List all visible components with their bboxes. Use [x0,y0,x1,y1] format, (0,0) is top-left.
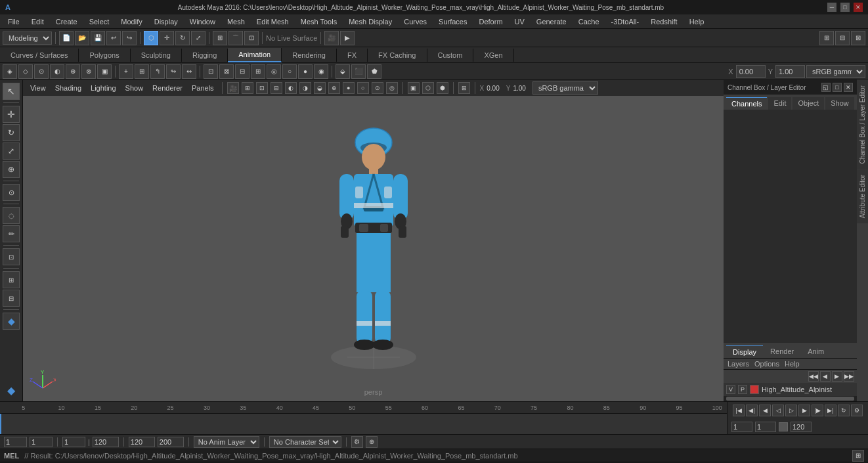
view-btn1[interactable]: ⊞ [242,82,253,94]
layer-scrollbar-track[interactable] [724,396,857,401]
settings-button1[interactable]: ⊞ [819,31,834,45]
layer-nav-last[interactable]: ▶▶ [844,371,854,382]
frame-start-input[interactable] [4,437,27,447]
help-menu[interactable]: Help [785,360,800,368]
new-file-button[interactable]: 📄 [59,31,74,45]
range-end-input[interactable] [791,422,812,432]
show-manip-lt[interactable]: ⊡ [3,248,20,265]
key-button1[interactable]: ◈ [3,64,17,79]
rotate-tool-button[interactable]: ↻ [175,31,190,45]
settings-button2[interactable]: ⊟ [835,31,850,45]
redo-button[interactable]: ↪ [122,31,137,45]
menu-redshift[interactable]: Redshift [645,16,682,27]
view-btn2[interactable]: ⊡ [256,82,268,94]
menu-modify[interactable]: Modify [116,16,147,27]
rotate-tool-lt[interactable]: ↻ [3,124,20,141]
camera-icon[interactable]: 🎥 [227,82,239,94]
select-tool-lt[interactable]: ↖ [3,83,20,100]
view-btn6[interactable]: ◒ [314,82,326,94]
play-forward-button[interactable]: ▷ [785,405,797,416]
tab-rigging[interactable]: Rigging [182,49,228,62]
menu-curves[interactable]: Curves [399,16,432,27]
select-tool-button[interactable]: ⬡ [144,31,158,45]
tab-animation[interactable]: Animation [228,48,282,62]
character-set-selector[interactable]: No Character Set [269,436,341,448]
attribute-editor-label[interactable]: Attribute Editor [857,169,868,223]
layer-nav-first[interactable]: ◀◀ [808,371,819,382]
menu-help[interactable]: Help [684,16,710,27]
timeline-track[interactable]: 5 10 15 20 25 30 35 40 45 50 55 60 65 70… [0,402,727,434]
menu-uv[interactable]: UV [510,16,530,27]
menu-create[interactable]: Create [51,16,83,27]
universal-tool-lt[interactable]: ⊕ [3,161,20,178]
menu-cache[interactable]: Cache [573,16,605,27]
constrain-button1[interactable]: ⊡ [204,64,218,79]
tab-object[interactable]: Object [792,97,824,110]
camera-button[interactable]: 🎥 [324,31,339,45]
view-btn12[interactable]: ▣ [408,82,420,94]
tab-edit[interactable]: Edit [768,97,791,110]
key-button6[interactable]: ⊗ [81,64,96,79]
menu-mesh-display[interactable]: Mesh Display [343,16,397,27]
bb-extra-btn[interactable]: ⊕ [366,436,378,448]
view-btn3[interactable]: ⊟ [271,82,282,94]
undo-button[interactable]: ↩ [106,31,121,45]
menu-mesh-tools[interactable]: Mesh Tools [295,16,342,27]
deform-button2[interactable]: ⬛ [351,64,366,79]
menu-file[interactable]: File [3,16,25,27]
move-tool-lt[interactable]: ✛ [3,106,20,123]
tab-anim[interactable]: Anim [801,345,831,358]
viewport-3d[interactable]: X Y Z persp [23,96,724,401]
tab-curves-surfaces[interactable]: Curves / Surfaces [0,49,79,62]
timeline-bar[interactable] [0,414,727,434]
tab-xgen[interactable]: XGen [473,49,513,62]
render-lt[interactable]: ◆ [3,313,20,330]
key-button2[interactable]: ◇ [18,64,33,79]
anim-button2[interactable]: ⊞ [135,64,149,79]
view-btn11[interactable]: ◎ [386,82,398,94]
color-space-dropdown[interactable]: sRGB gamma [532,81,598,95]
anim-button4[interactable]: ↬ [166,64,181,79]
x-value-input[interactable] [736,65,766,78]
step-forward-button[interactable]: |▶ [812,405,823,416]
layers-menu[interactable]: Layers [727,360,749,368]
snap-lt2[interactable]: ⊟ [3,290,20,307]
layer-visibility-button[interactable]: V [726,385,735,394]
paint-tool-lt[interactable]: ✏ [3,225,20,242]
range-end3-input[interactable] [129,437,155,447]
menu-display[interactable]: Display [149,16,183,27]
go-end-button[interactable]: ▶| [825,405,836,416]
layer-nav-prev[interactable]: ◀ [820,371,831,382]
play-back-button[interactable]: ◁ [772,405,784,416]
constrain-button8[interactable]: ◉ [314,64,328,79]
view-btn4[interactable]: ◐ [285,82,297,94]
range-end4-input[interactable] [158,437,184,447]
snap-curve-button[interactable]: ⌒ [228,31,243,45]
view-btn15[interactable]: ⊞ [458,82,470,94]
menu-edit[interactable]: Edit [26,16,49,27]
constrain-button4[interactable]: ⊞ [251,64,265,79]
view-btn14[interactable]: ⬢ [437,82,448,94]
minimize-button[interactable]: ─ [827,3,836,12]
prev-key-button[interactable]: ◀ [759,405,771,416]
menu-mesh[interactable]: Mesh [222,16,250,27]
timeline-playhead[interactable] [0,414,1,434]
y-value-input[interactable] [775,65,805,78]
deform-button3[interactable]: ⬟ [367,64,381,79]
channel-box-expand[interactable]: ◱ [821,83,831,92]
viewport-menu-panels[interactable]: Panels [188,83,217,93]
menu-edit-mesh[interactable]: Edit Mesh [251,16,294,27]
viewport-menu-shading[interactable]: Shading [52,83,85,93]
key-button5[interactable]: ⊕ [66,64,80,79]
status-icon-btn[interactable]: ⊞ [852,450,864,462]
color-space-selector[interactable]: sRGB gamma [806,65,865,78]
snap-lt1[interactable]: ⊞ [3,271,20,288]
view-btn13[interactable]: ⬡ [422,82,434,94]
lasso-tool-lt[interactable]: ◌ [3,207,20,224]
save-button[interactable]: 💾 [91,31,105,45]
frame-current-input[interactable] [30,437,53,447]
snap-point-button[interactable]: ⊡ [244,31,259,45]
anim-button1[interactable]: + [119,64,133,79]
key-button3[interactable]: ⊙ [34,64,49,79]
step-back-button[interactable]: ◀| [746,405,758,416]
